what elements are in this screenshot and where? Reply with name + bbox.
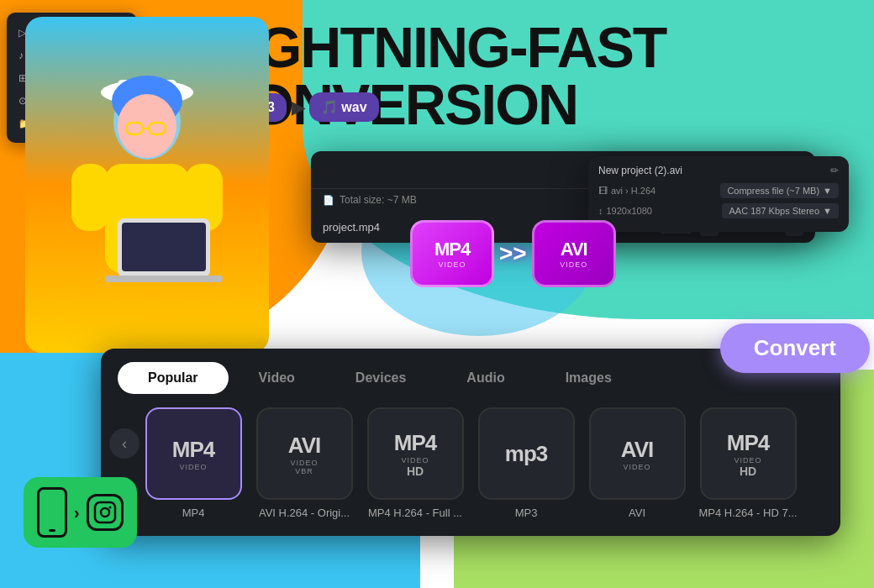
format-tab-audio[interactable]: Audio	[436, 362, 534, 394]
compress-arrow: ▼	[823, 186, 832, 196]
resolution-label: ↕ 1920x1080	[598, 206, 652, 216]
format-icon-main-1: AVI	[288, 433, 320, 459]
format-icon-hd-2: HD	[407, 465, 424, 478]
headline-line1: LIGHTNING-FAST	[210, 18, 866, 76]
format-conversion: MP4 VIDEO >> AVI VIDEO	[410, 220, 616, 287]
format-card-icon-4: AVIVIDEO	[589, 407, 686, 500]
format-arrow: ▶	[292, 97, 304, 118]
svg-rect-14	[95, 502, 115, 522]
format-card-avi-1[interactable]: AVIVIDEO VBRAVI H.264 - Origi...	[254, 407, 355, 519]
format-card-icon-5: MP4VIDEOHD	[700, 407, 797, 500]
from-format-sub: VIDEO	[438, 260, 466, 269]
format-icon-sub-1: VIDEO VBR	[290, 459, 318, 475]
format-box-from: MP4 VIDEO	[410, 220, 494, 287]
format-card-icon-3: mp3	[478, 407, 575, 500]
convert-arrow-green: ›	[74, 503, 80, 522]
to-format-label: AVI	[561, 239, 587, 260]
output-filename: New project (2).avi	[598, 165, 682, 176]
format-pill-wav: 🎵 wav	[309, 92, 379, 122]
format-card-label-0: MP4	[182, 507, 205, 519]
format-selector: PopularVideoDevicesAudioImages MP4VIDEOM…	[101, 349, 840, 536]
svg-point-15	[101, 508, 109, 517]
person-svg	[55, 42, 240, 353]
nav-arrow-left[interactable]: ‹	[109, 428, 140, 459]
res-icon: ↕	[598, 206, 603, 216]
format-card-label-5: MP4 H.264 - HD 7...	[698, 507, 797, 519]
instagram-svg	[93, 501, 117, 524]
format-tab-video[interactable]: Video	[229, 362, 325, 394]
audio-selector[interactable]: AAC 187 Kbps Stereo ▼	[722, 203, 839, 218]
format-tab-popular[interactable]: Popular	[118, 362, 229, 394]
output-panel: New project (2).avi ✏ 🎞 avi › H.264 Comp…	[588, 156, 849, 232]
output-filename-row: New project (2).avi ✏	[598, 165, 839, 176]
svg-point-16	[108, 507, 111, 509]
format-icon-hd-5: HD	[740, 465, 756, 478]
output-codec-row: 🎞 avi › H.264 Compress file (~7 MB) ▼	[598, 183, 839, 198]
total-size-label: Total size: ~7 MB	[340, 194, 417, 206]
format-grid: MP4VIDEOMP4AVIVIDEO VBRAVI H.264 - Origi…	[101, 407, 840, 519]
iphone-icon	[37, 487, 67, 538]
format-icon-main-4: AVI	[621, 437, 653, 463]
format-card-label-2: MP4 H.264 - Full ...	[368, 507, 462, 519]
format-card-icon-1: AVIVIDEO VBR	[256, 407, 353, 500]
edit-icon[interactable]: ✏	[830, 165, 839, 176]
format-card-label-4: AVI	[629, 507, 645, 519]
format-icon-sub-4: VIDEO	[623, 463, 650, 471]
iphone-badge: ›	[24, 477, 137, 548]
format-icon-sub-0: VIDEO	[179, 463, 207, 471]
audio-icon: ♪	[18, 50, 24, 61]
format-icon-main-5: MP4	[727, 430, 769, 456]
format-box-to: AVI VIDEO	[532, 220, 616, 287]
main-content: LIGHTNING-FAST CONVERSION ▷ Add video...…	[0, 0, 874, 588]
person-background	[25, 17, 269, 353]
output-resolution-row: ↕ 1920x1080 AAC 187 Kbps Stereo ▼	[598, 203, 839, 218]
format-icon-sub-5: VIDEO	[734, 456, 761, 465]
svg-rect-9	[71, 164, 109, 231]
svg-rect-12	[122, 223, 206, 271]
format-card-label-3: MP3	[515, 507, 538, 519]
format-card-label-1: AVI H.264 - Origi...	[259, 507, 350, 519]
audio-label: AAC 187 Kbps Stereo	[729, 206, 819, 216]
format-icon-main-0: MP4	[172, 437, 214, 463]
convert-button[interactable]: Convert	[720, 323, 870, 373]
svg-rect-13	[105, 276, 223, 282]
format-icon-sub-2: VIDEO	[401, 456, 429, 465]
to-format-sub: VIDEO	[560, 260, 587, 269]
format-tab-devices[interactable]: Devices	[325, 362, 437, 394]
conversion-arrow: >>	[499, 240, 527, 267]
format-icon-main-3: mp3	[505, 441, 547, 467]
iphone-button	[49, 529, 55, 532]
codec-label: 🎞 avi › H.264	[598, 186, 656, 196]
from-format-label: MP4	[434, 239, 470, 260]
wav-label: 🎵 wav	[321, 99, 367, 115]
format-card-icon-2: MP4VIDEOHD	[367, 407, 464, 500]
format-card-icon-0: MP4VIDEO	[145, 407, 242, 500]
format-card-avi-4[interactable]: AVIVIDEOAVI	[587, 407, 687, 519]
compress-label: Compress file (~7 MB)	[727, 186, 819, 196]
doc-icon: 📄	[323, 195, 334, 206]
format-card-mp4-5[interactable]: MP4VIDEOHDMP4 H.264 - HD 7...	[698, 407, 798, 519]
codec-icon: 🎞	[598, 186, 608, 196]
format-icon-main-2: MP4	[394, 430, 436, 456]
compress-selector[interactable]: Compress file (~7 MB) ▼	[720, 183, 839, 198]
format-tab-images[interactable]: Images	[535, 362, 642, 394]
format-card-mp3-3[interactable]: mp3MP3	[476, 407, 577, 519]
audio-arrow: ▼	[823, 206, 832, 216]
format-card-mp4-2[interactable]: MP4VIDEOHDMP4 H.264 - Full ...	[365, 407, 466, 519]
resolution-value: 1920x1080	[607, 206, 652, 216]
format-card-mp4-0[interactable]: MP4VIDEOMP4	[143, 407, 244, 519]
instagram-icon	[87, 494, 124, 531]
person-figure	[25, 17, 269, 353]
